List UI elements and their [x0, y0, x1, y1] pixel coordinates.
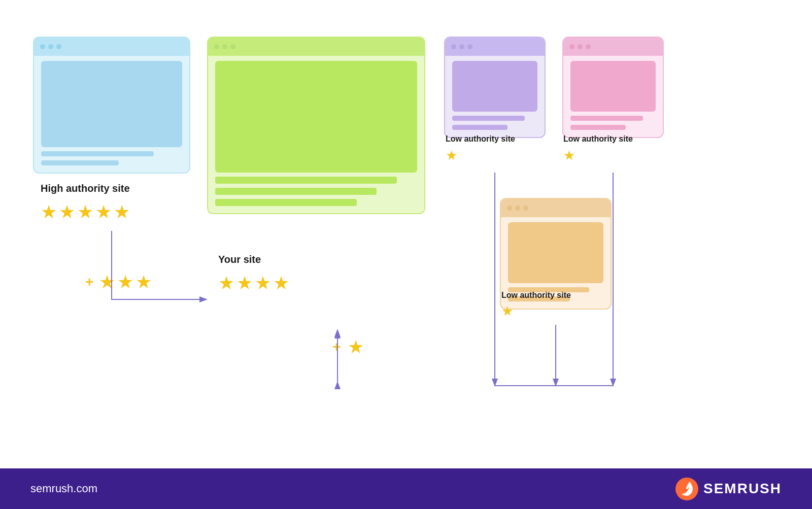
browser-dot-1 — [451, 44, 456, 49]
card-content — [34, 56, 189, 173]
browser-dot-2 — [48, 44, 53, 49]
card-line — [452, 116, 525, 121]
card-line — [215, 177, 397, 184]
bonus-star: ★ — [348, 338, 364, 356]
low-authority-card-1 — [444, 37, 546, 138]
high-authority-stars: ★ ★ ★ ★ ★ — [41, 203, 130, 221]
card-titlebar — [563, 38, 663, 56]
low-authority-label-3: Low authority site — [501, 291, 571, 300]
star-5: ★ — [114, 203, 130, 221]
card-image — [452, 61, 537, 112]
star-1: ★ — [41, 203, 57, 221]
card-titlebar — [208, 38, 424, 56]
star-3: ★ — [255, 274, 271, 292]
footer-url: semrush.com — [30, 482, 97, 495]
card-image — [41, 61, 182, 147]
low-authority-card-2 — [562, 37, 664, 138]
card-line — [41, 151, 154, 156]
card-line — [452, 125, 507, 130]
card-image — [570, 61, 656, 112]
star-2: ★ — [236, 274, 253, 292]
card-image — [508, 222, 603, 283]
card-line — [570, 125, 626, 130]
card-titlebar — [445, 38, 545, 56]
star-3: ★ — [77, 203, 93, 221]
browser-dot-3 — [230, 44, 235, 49]
low-authority-stars-1: ★ — [446, 149, 457, 162]
browser-dot-3 — [467, 44, 472, 49]
card-content — [445, 56, 545, 137]
card-titlebar — [34, 38, 189, 56]
browser-dot-2 — [578, 44, 583, 49]
footer: semrush.com SEMRUSH — [0, 468, 812, 509]
star-3: ★ — [136, 273, 152, 291]
star-1: ★ — [501, 304, 513, 318]
plus-icon-2: + — [332, 339, 341, 355]
high-authority-label: High authority site — [41, 183, 130, 194]
card-line — [215, 188, 377, 195]
star-1: ★ — [446, 149, 457, 162]
star-1: ★ — [348, 338, 364, 356]
plus-icon-1: + — [85, 274, 93, 290]
your-site-label: Your site — [218, 254, 261, 265]
card-line — [215, 199, 357, 206]
card-line — [41, 160, 119, 165]
browser-dot-1 — [507, 206, 512, 211]
transfer-stars: ★ ★ ★ — [99, 273, 152, 291]
card-image — [215, 61, 417, 173]
browser-dot-1 — [569, 44, 574, 49]
semrush-flame-icon — [675, 478, 698, 500]
low-authority-label-2: Low authority site — [563, 134, 633, 144]
star-4: ★ — [95, 203, 112, 221]
star-2: ★ — [117, 273, 133, 291]
browser-dot-1 — [40, 44, 45, 49]
browser-dot-2 — [459, 44, 464, 49]
star-4: ★ — [273, 274, 289, 292]
browser-dot-2 — [222, 44, 227, 49]
card-line — [570, 116, 643, 121]
card-content — [208, 56, 424, 213]
browser-dot-3 — [523, 206, 528, 211]
diagram: High authority site ★ ★ ★ ★ ★ Your site … — [0, 0, 812, 468]
card-titlebar — [501, 199, 611, 217]
your-site-card — [207, 37, 425, 214]
your-site-stars: ★ ★ ★ ★ — [218, 274, 289, 292]
browser-dot-3 — [586, 44, 591, 49]
star-1: ★ — [218, 274, 234, 292]
low-authority-label-1: Low authority site — [446, 134, 515, 144]
high-authority-card — [33, 37, 190, 174]
semrush-logo: SEMRUSH — [675, 478, 782, 500]
star-2: ★ — [59, 203, 75, 221]
browser-dot-1 — [214, 44, 219, 49]
browser-dot-3 — [56, 44, 61, 49]
star-1: ★ — [99, 273, 115, 291]
browser-dot-2 — [515, 206, 520, 211]
low-authority-stars-2: ★ — [563, 149, 575, 162]
semrush-brand-name: SEMRUSH — [703, 481, 782, 497]
low-authority-stars-3: ★ — [501, 304, 513, 318]
card-content — [563, 56, 663, 137]
star-1: ★ — [563, 149, 575, 162]
